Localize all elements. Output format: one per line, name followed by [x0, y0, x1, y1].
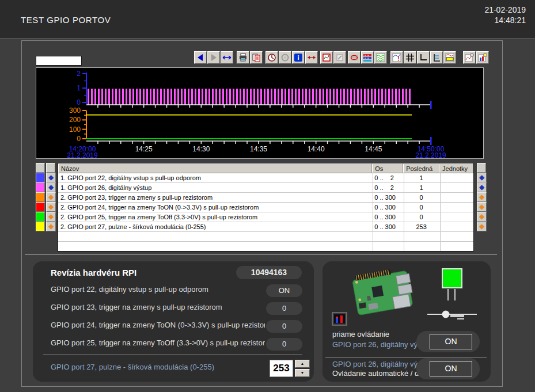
pwm-label: GPIO port 27, pulzne - šírková modulácia…	[51, 363, 214, 371]
trend-row[interactable]: 2. GPIO port 24, trigger na zmeny ToON (…	[58, 203, 473, 212]
trend-edit-field[interactable]	[36, 56, 82, 66]
series-marker-button[interactable]: ◆	[46, 202, 56, 212]
trends-table-icon	[363, 53, 372, 62]
empty-row	[58, 232, 473, 242]
time-settings-icon	[267, 53, 276, 62]
series-marker-button[interactable]: ◆	[477, 192, 487, 202]
series-marker-button[interactable]: ◆	[477, 173, 487, 182]
series-marker-button[interactable]: ◆	[46, 222, 56, 231]
legend-icon	[445, 53, 454, 62]
cursor-icon	[350, 53, 359, 62]
cell-last: 253	[403, 222, 439, 231]
cell-axis: 0 .. 2	[372, 173, 403, 182]
axes-scale-button[interactable]	[430, 51, 443, 64]
trend-row[interactable]: 2. GPIO port 25, trigger na zmeny ToOff …	[58, 212, 473, 222]
copy-button[interactable]	[250, 51, 263, 64]
trend-marker-column-right: ◆◆◆◆◆◆	[477, 163, 487, 231]
cell-axis: 0 .. 300	[372, 193, 403, 202]
gpio-status-panel: Revízia hardvéru RPI 10494163 GPIO port …	[33, 261, 314, 382]
cell-last: 0	[403, 193, 439, 202]
led-indicator	[438, 267, 466, 307]
series-color-swatch	[36, 182, 45, 192]
trends-table-button[interactable]	[361, 51, 374, 64]
time-settings-button[interactable]	[265, 51, 278, 64]
column-header-units[interactable]: Jednotky	[439, 163, 473, 173]
pwm-value-input[interactable]: 253	[270, 360, 293, 377]
svg-text:21.2.2019: 21.2.2019	[67, 151, 98, 158]
svg-text:0: 0	[77, 135, 81, 143]
trends-background-button[interactable]	[374, 51, 387, 64]
scroll-right-button[interactable]	[207, 51, 220, 64]
cell-name: 1. GPIO port 22, digitálny vstup s pull-…	[58, 173, 372, 182]
series-marker-button[interactable]: ◆	[46, 192, 56, 202]
trend-row[interactable]: 1. GPIO port 26, digitálny výstup0 .. 21	[58, 183, 473, 193]
zoom-reset-button[interactable]	[333, 51, 346, 64]
trend-row[interactable]: 2. GPIO port 27, pulzne - šírková modulá…	[58, 222, 473, 232]
panel-divider	[43, 355, 302, 355]
svg-text:i: i	[297, 54, 299, 61]
series-color-swatch	[36, 192, 45, 202]
panel-title: Revízia hardvéru RPI	[51, 268, 136, 277]
series-marker-button[interactable]: ◆	[46, 182, 56, 192]
series-marker-button[interactable]: ◆	[477, 212, 487, 222]
date-label: 21-02-2019	[484, 5, 526, 15]
svg-text:2: 2	[77, 70, 81, 78]
graph-line-time-button[interactable]	[463, 51, 476, 64]
column-header-last[interactable]: Posledná	[403, 163, 439, 173]
cursor-button[interactable]	[348, 51, 361, 64]
pwm-increment-button[interactable]: ▲	[295, 360, 310, 368]
column-header-blank	[46, 163, 55, 173]
print-button[interactable]	[237, 51, 249, 64]
auto-on-button[interactable]: ON	[416, 358, 480, 379]
scroll-left-button[interactable]	[194, 51, 207, 64]
trend-row[interactable]: 1. GPIO port 22, digitálny vstup s pull-…	[58, 173, 473, 183]
svg-text:14:35: 14:35	[250, 145, 267, 153]
series-color-swatch	[36, 212, 45, 222]
trend-row[interactable]: 2. GPIO port 23, trigger na zmeny s pull…	[58, 193, 473, 203]
switch-symbol[interactable]	[425, 309, 479, 321]
legend-button[interactable]	[443, 51, 456, 64]
direct-on-button[interactable]: ON	[416, 331, 480, 352]
graph-line-time-icon	[465, 53, 474, 62]
cell-units	[439, 222, 473, 231]
gpio24-value: 0	[266, 320, 302, 333]
svg-text:14:45: 14:45	[365, 145, 382, 153]
series-marker-button[interactable]: ◆	[477, 182, 487, 192]
cell-axis: 0 .. 300	[372, 212, 403, 222]
svg-text:100: 100	[69, 125, 81, 134]
axes-button[interactable]	[417, 51, 430, 64]
grid-button[interactable]	[404, 51, 416, 64]
cell-last: 1	[403, 173, 439, 182]
time-stretch-button[interactable]	[221, 51, 233, 64]
section-divider	[25, 254, 497, 255]
svg-text:!: !	[397, 56, 399, 62]
gpio22-label: GPIO port 22, digitálny vstup s pull-up …	[51, 285, 265, 294]
column-header-blank	[36, 163, 45, 173]
pwm-decrement-button[interactable]: ▼	[295, 369, 310, 377]
mini-graph-button[interactable]	[332, 312, 347, 326]
zoom-area-button[interactable]	[320, 51, 333, 64]
series-marker-button[interactable]: ◆	[46, 173, 56, 182]
column-header-name[interactable]: Názov	[58, 163, 372, 173]
series-marker-button[interactable]: ◆	[46, 212, 56, 222]
trend-table: NázovOsPoslednáJednotky1. GPIO port 22, …	[58, 163, 474, 252]
reload-button[interactable]	[279, 51, 291, 64]
column-header-blank	[477, 163, 486, 173]
info-button[interactable]: i	[292, 51, 305, 64]
cell-units	[439, 183, 473, 192]
table-header-row: NázovOsPoslednáJednotky	[58, 163, 473, 173]
compress-time-button[interactable]	[305, 51, 318, 64]
gpio23-value: 0	[266, 302, 302, 315]
trend-chart[interactable]: 210300200100014:2514:3014:3514:4014:4514…	[36, 67, 484, 159]
cell-name: 2. GPIO port 27, pulzne - šírková modulá…	[58, 222, 372, 231]
column-header-axis[interactable]: Os	[372, 163, 403, 173]
time-label: 14:48:21	[484, 15, 526, 25]
series-marker-button[interactable]: ◆	[477, 202, 487, 212]
alarms-button[interactable]: !	[390, 51, 403, 64]
page-title: TEST GPIO PORTOV	[21, 15, 111, 25]
series-color-swatch	[36, 202, 45, 212]
graph-bars-time-button[interactable]	[476, 51, 489, 64]
series-color-swatch	[36, 222, 45, 231]
series-marker-button[interactable]: ◆	[477, 222, 487, 231]
cell-axis: 0 .. 2	[372, 183, 403, 192]
